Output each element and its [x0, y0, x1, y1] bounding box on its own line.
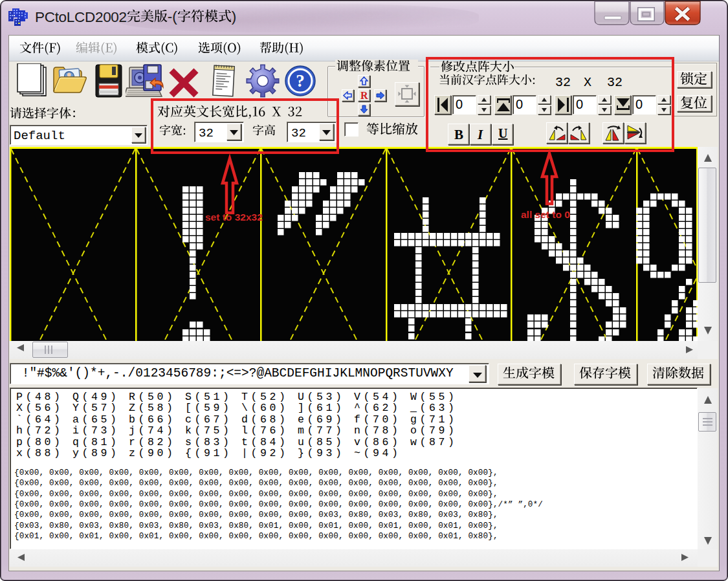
- svg-text:?: ?: [296, 71, 305, 91]
